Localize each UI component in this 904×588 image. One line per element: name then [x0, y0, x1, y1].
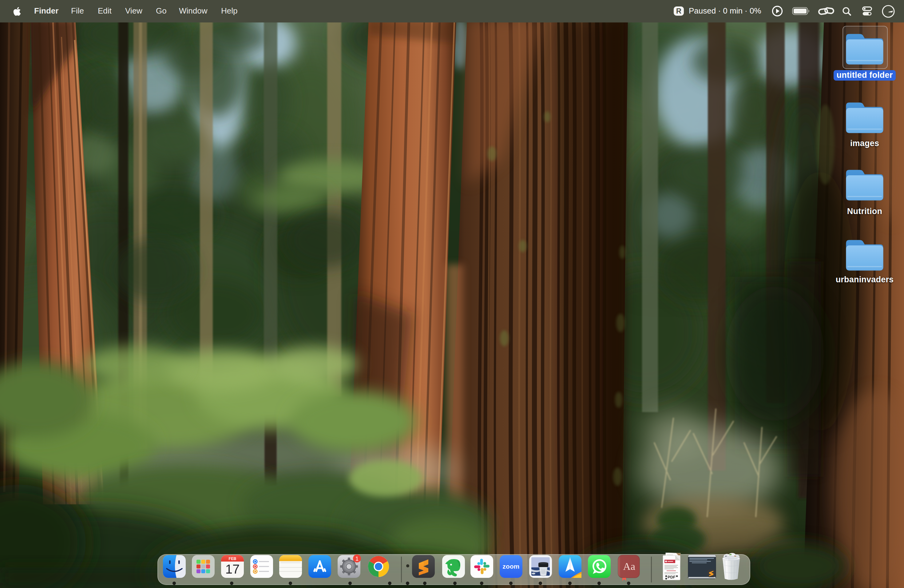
svg-text:Aa: Aa — [623, 561, 635, 572]
svg-text:PDF: PDF — [667, 575, 676, 579]
svg-text:17: 17 — [225, 562, 240, 576]
svg-text:FEB: FEB — [229, 556, 237, 561]
svg-text:zoom: zoom — [503, 563, 520, 570]
svg-text:1: 1 — [356, 556, 359, 562]
